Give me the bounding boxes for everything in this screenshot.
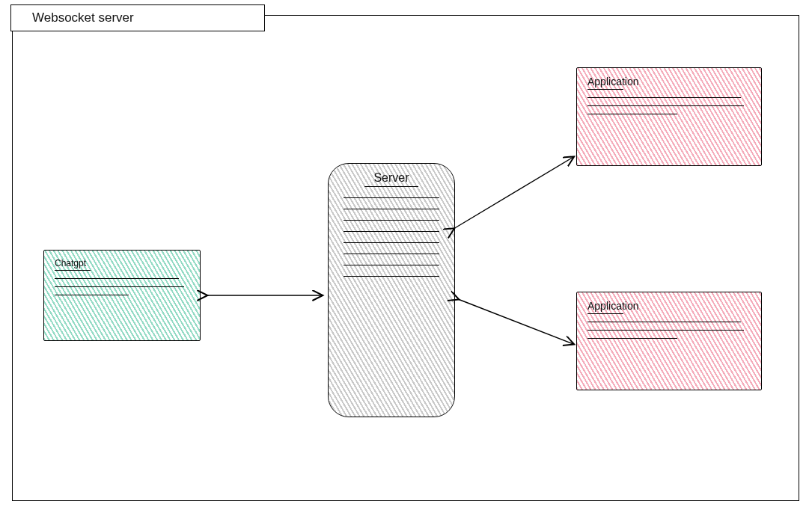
decoration-line bbox=[344, 265, 439, 265]
decoration-line bbox=[587, 338, 677, 339]
decoration-line bbox=[344, 254, 439, 254]
decoration-line bbox=[55, 286, 184, 287]
node-application-1: Application bbox=[576, 67, 762, 166]
decoration-line bbox=[344, 197, 439, 198]
decoration-line bbox=[344, 276, 439, 277]
node-chatgpt: Chatgpt bbox=[43, 250, 201, 341]
decoration-line bbox=[587, 114, 677, 114]
decoration-line bbox=[587, 89, 623, 90]
decoration-line bbox=[587, 97, 741, 98]
node-chatgpt-label: Chatgpt bbox=[55, 258, 189, 268]
diagram-title-box: Websocket server bbox=[10, 4, 265, 31]
decoration-line bbox=[364, 186, 418, 187]
node-application-2-label: Application bbox=[587, 300, 751, 312]
node-application-1-label: Application bbox=[587, 76, 751, 87]
decoration-line bbox=[55, 270, 91, 271]
decoration-line bbox=[344, 242, 439, 243]
decoration-line bbox=[344, 231, 439, 232]
decoration-line bbox=[55, 295, 129, 295]
decoration-line bbox=[55, 278, 179, 279]
diagram-title: Websocket server bbox=[32, 10, 134, 25]
decoration-line bbox=[587, 313, 623, 314]
decoration-line bbox=[587, 322, 741, 322]
node-application-2: Application bbox=[576, 292, 762, 390]
node-server-label: Server bbox=[339, 171, 444, 185]
diagram-canvas: Websocket server Chatgpt Server bbox=[0, 0, 812, 513]
decoration-line bbox=[344, 209, 439, 209]
node-server: Server bbox=[328, 163, 455, 417]
decoration-line bbox=[344, 220, 439, 221]
decoration-line bbox=[587, 105, 744, 106]
decoration-line bbox=[587, 330, 744, 331]
